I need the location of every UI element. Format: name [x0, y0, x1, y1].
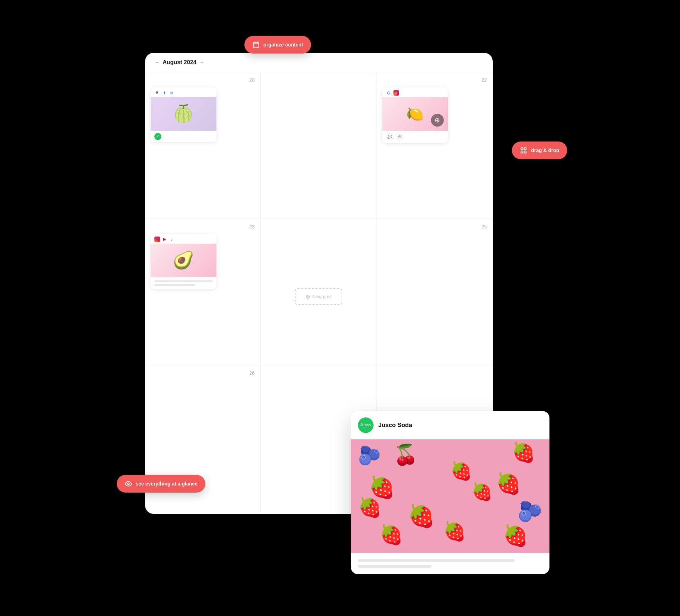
citrus-emoji: 🍋 [406, 106, 424, 122]
day-23: 23 [249, 224, 255, 229]
dragdrop-badge-label: drag & drop [531, 148, 559, 153]
text-line-1 [154, 280, 213, 282]
melon-emoji: 🍈 [173, 104, 194, 124]
svg-rect-6 [521, 151, 523, 153]
dragdrop-badge: drag & drop [512, 141, 567, 159]
linkedin-icon: in [169, 90, 175, 96]
cal-cell-22: 22 G ◻ 🍋 ⊕ 💬 ⏱ [377, 72, 493, 219]
plus-icon: ⊕ [305, 293, 310, 300]
berry-11: 🍓 [443, 521, 466, 542]
new-post-label: New post [312, 294, 331, 299]
post-card-20-icons: ✕ f in [151, 87, 216, 97]
drag-icon [520, 146, 527, 154]
cal-cell-23: 23 ▶ ♪ 🥑 [145, 219, 261, 365]
post-preview-header: Jusco Jusco Soda [351, 411, 549, 439]
calendar-title: August 2024 [163, 59, 197, 66]
post-card-avocado[interactable]: ▶ ♪ 🥑 [151, 234, 216, 289]
berry-2: 🍒 [393, 443, 418, 466]
instagram-icon-2 [154, 237, 160, 242]
svg-rect-4 [521, 148, 523, 150]
day-26: 26 [249, 370, 255, 376]
calendar-header: ← August 2024 → [145, 53, 493, 72]
preview-text-line-2 [358, 565, 432, 568]
organize-badge-label: organize content [264, 42, 303, 48]
berry-6: 🍓 [358, 496, 382, 518]
berry-10: 🍓 [503, 523, 528, 548]
cal-cell-24: ⊕ New post [261, 219, 377, 365]
post-preview-card: Jusco Jusco Soda 🫐 🍒 🍓 🍓 🍓 🍓 🍓 🫐 🍓 🍓 🍓 🍓 [351, 411, 549, 574]
organize-badge: organize content [244, 36, 311, 54]
avocado-emoji: 🥑 [173, 250, 194, 270]
cal-cell-center [261, 72, 377, 219]
calendar-nav: ← August 2024 → [155, 59, 204, 66]
berry-1: 🫐 [358, 445, 381, 466]
day-22: 22 [481, 77, 487, 83]
youtube-icon: ▶ [162, 237, 167, 242]
post-card-22-actions: 💬 ⏱ [382, 131, 448, 143]
clock-icon: ⏱ [396, 133, 404, 141]
berry-5: 🍓 [496, 471, 521, 495]
post-preview-footer [351, 553, 549, 574]
prev-arrow[interactable]: ← [155, 60, 160, 65]
post-card-citrus[interactable]: G ◻ 🍋 ⊕ 💬 ⏱ [382, 87, 448, 143]
post-card-22-icons: G ◻ [382, 87, 448, 97]
instagram-icon: ◻ [393, 90, 399, 96]
post-card-melon[interactable]: ✕ f in 🍈 ✓ [151, 87, 216, 142]
google-icon: G [386, 90, 392, 96]
melon-image: 🍈 [151, 97, 216, 131]
brand-initials: Jusco [360, 423, 371, 427]
brand-name: Jusco Soda [378, 422, 412, 429]
text-line-2 [154, 284, 195, 286]
berry-3: 🍓 [512, 441, 535, 464]
glance-badge-label: see everything at a glance [136, 481, 198, 487]
svg-point-8 [127, 483, 129, 484]
brand-avatar: Jusco [358, 417, 374, 433]
citrus-image: 🍋 ⊕ [382, 97, 448, 131]
svg-rect-5 [524, 148, 526, 150]
avocado-image: 🥑 [151, 244, 216, 277]
berry-12: 🍓 [450, 461, 472, 481]
main-scene: organize content ← August 2024 → 20 ✕ f … [145, 42, 535, 574]
berry-8: 🫐 [518, 500, 542, 523]
cal-cell-20: 20 ✕ f in 🍈 ✓ [145, 72, 261, 219]
day-25: 25 [481, 224, 487, 229]
twitter-icon: ✕ [154, 90, 160, 96]
eye-icon [125, 480, 132, 488]
day-20: 20 [249, 77, 255, 83]
post-card-20-footer: ✓ [151, 131, 216, 142]
post-preview-image: 🫐 🍒 🍓 🍓 🍓 🍓 🍓 🫐 🍓 🍓 🍓 🍓 🍓 [351, 439, 549, 553]
svg-rect-7 [524, 151, 526, 153]
comment-icon: 💬 [386, 133, 394, 141]
glance-badge: see everything at a glance [117, 475, 205, 493]
post-card-23-icons: ▶ ♪ [151, 234, 216, 244]
post-card-23-text [151, 277, 216, 289]
cal-cell-25: 25 [377, 219, 493, 365]
tiktok-icon: ♪ [169, 237, 175, 242]
new-post-placeholder[interactable]: ⊕ New post [295, 288, 342, 305]
svg-rect-0 [253, 42, 259, 48]
next-arrow[interactable]: → [199, 60, 204, 65]
calendar-icon [252, 41, 260, 49]
overlay-action-icon: ⊕ [431, 114, 444, 127]
berry-7: 🍓 [408, 503, 435, 529]
berry-background: 🫐 🍒 🍓 🍓 🍓 🍓 🍓 🫐 🍓 🍓 🍓 🍓 🍓 [351, 439, 549, 553]
facebook-icon: f [162, 90, 167, 96]
published-check: ✓ [154, 133, 161, 140]
berry-9: 🍓 [379, 523, 403, 546]
berry-13: 🍓 [471, 482, 493, 502]
preview-text-line-1 [358, 559, 515, 562]
